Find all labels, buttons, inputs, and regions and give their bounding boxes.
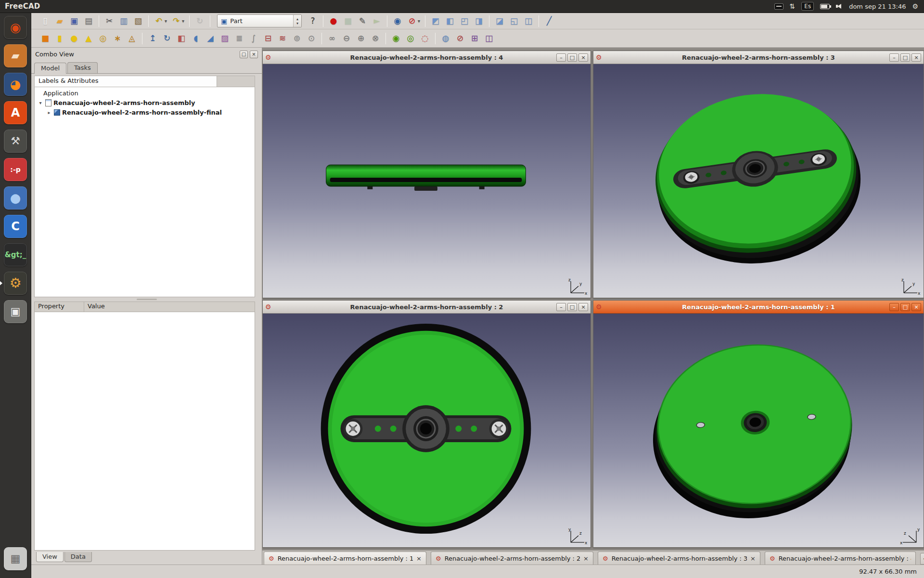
window-titlebar[interactable]: ⚙ Renacuajo-wheel-2-arms-horn-assembly :… — [263, 51, 590, 64]
measure-linear-icon[interactable]: ╱ — [542, 14, 556, 28]
part-split-features-icon[interactable]: ◫ — [482, 32, 496, 45]
part-primitives-icon[interactable]: ∗ — [110, 32, 125, 45]
part-cut-icon[interactable]: ⊖ — [339, 32, 354, 45]
keyboard-indicator-icon[interactable] — [774, 3, 783, 10]
part-sweep-icon[interactable]: ∫ — [246, 32, 261, 45]
part-box-icon[interactable]: ■ — [38, 32, 52, 45]
tab-close-icon[interactable]: × — [416, 555, 422, 562]
minimize-button[interactable]: – — [556, 303, 566, 311]
close-button[interactable]: × — [578, 303, 588, 311]
launcher-app-window[interactable]: ▣ — [4, 300, 27, 323]
macro-edit-icon[interactable]: ✎ — [355, 14, 370, 28]
doc-tab-4[interactable]: ⚙ Renacuajo-wheel-2-arms-horn-assembly :… — [765, 552, 916, 565]
updown-arrows-icon[interactable]: ⇅ — [790, 2, 796, 10]
launcher-bottom-app[interactable]: ▦ — [4, 547, 27, 570]
part-join-cutout-icon[interactable]: ◌ — [418, 32, 432, 45]
macro-record-icon[interactable]: ● — [326, 14, 341, 28]
view-rear-icon[interactable]: ◪ — [492, 14, 507, 28]
maximize-button[interactable]: □ — [900, 53, 910, 62]
viewport-3d-side-view[interactable]: zxy — [263, 64, 590, 298]
part-join-connect-icon[interactable]: ◉ — [389, 32, 403, 45]
open-folder-icon[interactable]: ▰ — [52, 14, 67, 28]
maximize-button[interactable]: □ — [567, 303, 577, 311]
paste-icon[interactable]: ▧ — [131, 14, 145, 28]
doc-tab-3[interactable]: ⚙ Renacuajo-wheel-2-arms-horn-assembly :… — [598, 552, 760, 565]
view-axonometric-icon[interactable]: ◩ — [428, 14, 443, 28]
part-intersection-icon[interactable]: ⊗ — [368, 32, 383, 45]
panel-splitter[interactable] — [31, 297, 262, 302]
part-check-geometry-icon[interactable]: ◍ — [438, 32, 453, 45]
part-revolve-icon[interactable]: ↻ — [160, 32, 174, 45]
launcher-c-app[interactable]: C — [4, 215, 27, 238]
launcher-messenger[interactable]: :-p — [4, 158, 27, 181]
zoom-fit-icon[interactable]: ◉ — [390, 14, 405, 28]
part-torus-icon[interactable]: ◎ — [96, 32, 110, 45]
viewport-3d-top-view[interactable]: yxz — [263, 314, 590, 547]
part-chamfer-icon[interactable]: ◢ — [203, 32, 218, 45]
tab-model[interactable]: Model — [34, 63, 66, 74]
launcher-files[interactable]: ▰ — [4, 44, 27, 67]
session-gear-icon[interactable]: ⚙ — [912, 2, 918, 10]
doc-tab-2[interactable]: ⚙ Renacuajo-wheel-2-arms-horn-assembly :… — [431, 552, 593, 565]
keyboard-layout-badge[interactable]: Es — [801, 2, 814, 11]
workbench-selector[interactable]: ▣ Part ▴ ▾ — [217, 14, 302, 27]
property-table-body[interactable] — [34, 312, 255, 551]
part-boolean-icon[interactable]: ∞ — [325, 32, 339, 45]
launcher-freecad[interactable]: ⚙ — [4, 272, 27, 295]
save-icon[interactable]: ▣ — [67, 14, 81, 28]
part-union-icon[interactable]: ⊕ — [354, 32, 368, 45]
close-button[interactable]: × — [578, 53, 588, 62]
model-tree[interactable]: Application ▾ Renacuajo-wheel-2-arms-hor… — [34, 87, 255, 297]
part-compound-icon[interactable]: ⊞ — [467, 32, 482, 45]
part-shapebuilder-icon[interactable]: ◬ — [125, 32, 139, 45]
part-cross-sections-icon[interactable]: ≋ — [275, 32, 290, 45]
new-file-icon[interactable]: ▯ — [38, 14, 52, 28]
window-titlebar[interactable]: ⚙ Renacuajo-wheel-2-arms-horn-assembly :… — [263, 301, 590, 314]
maximize-button[interactable]: □ — [567, 53, 577, 62]
redo-dropdown-icon[interactable]: ▾ — [180, 14, 186, 28]
launcher-software-a[interactable]: A — [4, 101, 27, 124]
launcher-dash-home[interactable]: ◉ — [4, 16, 27, 39]
clock[interactable]: dom sep 21 13:46 — [849, 3, 906, 10]
window-titlebar[interactable]: ⚙ Renacuajo-wheel-2-arms-horn-assembly :… — [593, 301, 924, 314]
minimize-button[interactable]: – — [889, 303, 899, 311]
maximize-button[interactable]: □ — [900, 303, 910, 311]
tab-tasks[interactable]: Tasks — [67, 62, 98, 73]
part-mirror-icon[interactable]: ◧ — [174, 32, 189, 45]
tab-data[interactable]: Data — [64, 552, 92, 562]
view-bottom-icon[interactable]: ◱ — [507, 14, 521, 28]
tree-item-assembly-final[interactable]: ▸ Renacuajo-wheel-2-arms-horn-assembly-f… — [35, 107, 255, 117]
expander-closed-icon[interactable]: ▸ — [46, 110, 52, 115]
macro-play-icon[interactable]: ► — [370, 14, 384, 28]
part-join-embed-icon[interactable]: ◎ — [403, 32, 418, 45]
view-left-icon[interactable]: ◫ — [521, 14, 536, 28]
workbench-dropdown-arrows[interactable]: ▴ ▾ — [293, 15, 301, 27]
panel-float-button[interactable]: □ — [240, 51, 248, 58]
expander-open-icon[interactable]: ▾ — [38, 100, 43, 105]
part-sphere-icon[interactable]: ● — [67, 32, 81, 45]
view-right-icon[interactable]: ◨ — [472, 14, 486, 28]
launcher-firefox[interactable]: ◕ — [4, 73, 27, 96]
part-cone-icon[interactable]: ▲ — [81, 32, 96, 45]
draw-style-dropdown-icon[interactable]: ▾ — [416, 14, 422, 28]
battery-icon[interactable] — [820, 4, 830, 9]
part-section-icon[interactable]: ⊟ — [261, 32, 275, 45]
launcher-system-tools[interactable]: ⚒ — [4, 130, 27, 153]
part-fillet-icon[interactable]: ◖ — [189, 32, 203, 45]
viewport-3d-isometric-back[interactable]: yxz — [593, 314, 924, 547]
minimize-button[interactable]: – — [889, 53, 899, 62]
view-front-icon[interactable]: ◧ — [443, 14, 457, 28]
whatsthis-icon[interactable]: ? — [306, 14, 320, 28]
cut-icon[interactable]: ✂ — [102, 14, 116, 28]
part-defeaturing-icon[interactable]: ⊘ — [453, 32, 467, 45]
minimize-button[interactable]: – — [556, 53, 566, 62]
tree-item-application[interactable]: Application — [35, 88, 255, 98]
macro-stop-icon[interactable]: ■ — [341, 14, 355, 28]
part-loft-icon[interactable]: ≣ — [232, 32, 246, 45]
refresh-icon[interactable]: ↻ — [192, 14, 207, 28]
tab-close-icon[interactable]: × — [583, 555, 589, 562]
close-button[interactable]: × — [911, 53, 921, 62]
copy-icon[interactable]: ▥ — [116, 14, 131, 28]
part-extrude-icon[interactable]: ↥ — [145, 32, 160, 45]
close-button[interactable]: × — [911, 303, 921, 311]
